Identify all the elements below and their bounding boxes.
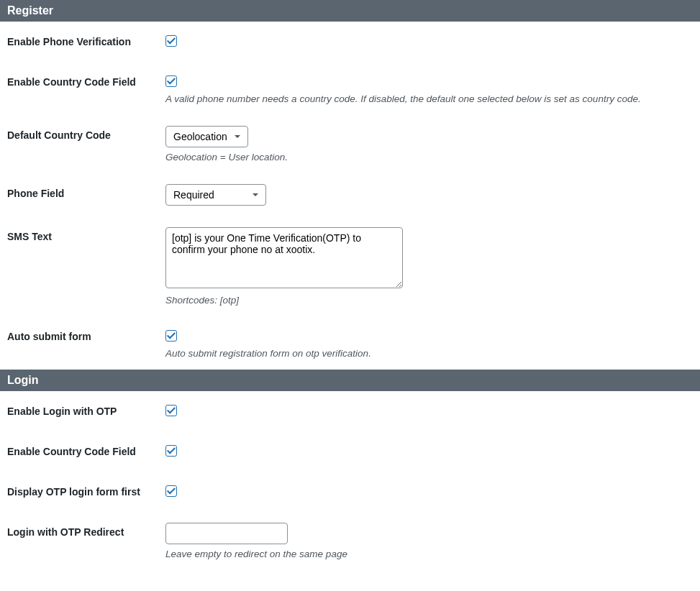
phone-field-select[interactable]: Required xyxy=(165,184,266,206)
login-otp-redirect-description: Leave empty to redirect on the same page xyxy=(165,549,693,559)
auto-submit-label: Auto submit form xyxy=(0,316,165,370)
display-otp-first-label: Display OTP login form first xyxy=(0,472,165,512)
display-otp-first-checkbox[interactable] xyxy=(165,485,177,497)
sms-text-description: Shortcodes: [otp] xyxy=(165,295,693,306)
enable-country-code-register-description: A valid phone number needs a country cod… xyxy=(165,93,693,104)
sms-text-textarea[interactable]: [otp] is your One Time Verification(OTP)… xyxy=(165,227,403,288)
enable-country-code-register-label: Enable Country Code Field xyxy=(0,62,165,115)
enable-country-code-login-label: Enable Country Code Field xyxy=(0,431,165,472)
sms-text-label: SMS Text xyxy=(0,216,165,316)
default-country-code-label: Default Country Code xyxy=(0,115,165,173)
login-otp-redirect-input[interactable] xyxy=(165,523,288,544)
enable-login-otp-label: Enable Login with OTP xyxy=(0,391,165,431)
enable-country-code-login-checkbox[interactable] xyxy=(165,445,177,457)
enable-login-otp-checkbox[interactable] xyxy=(165,405,177,416)
login-section-header: Login xyxy=(0,370,700,391)
register-form-table: Enable Phone Verification Enable Country… xyxy=(0,22,700,370)
auto-submit-checkbox[interactable] xyxy=(165,330,177,342)
login-form-table: Enable Login with OTP Enable Country Cod… xyxy=(0,391,700,570)
enable-phone-verification-checkbox[interactable] xyxy=(165,35,177,47)
login-otp-redirect-label: Login with OTP Redirect xyxy=(0,512,165,570)
register-section-header: Register xyxy=(0,0,700,22)
auto-submit-description: Auto submit registration form on otp ver… xyxy=(165,348,693,359)
default-country-code-select[interactable]: Geolocation xyxy=(165,126,248,147)
default-country-code-description: Geolocation = User location. xyxy=(165,152,693,162)
enable-phone-verification-label: Enable Phone Verification xyxy=(0,22,165,62)
phone-field-label: Phone Field xyxy=(0,173,165,216)
enable-country-code-register-checkbox[interactable] xyxy=(165,75,177,87)
